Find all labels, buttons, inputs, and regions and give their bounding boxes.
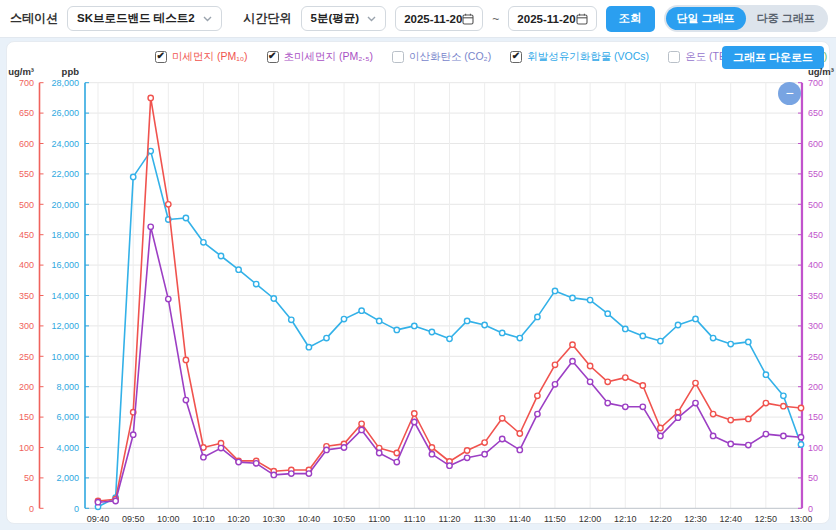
svg-text:550: 550 [808, 169, 823, 179]
zoom-out-button[interactable]: − [778, 82, 801, 105]
svg-text:14,000: 14,000 [51, 291, 79, 301]
svg-text:ug/m³: ug/m³ [8, 66, 34, 77]
svg-text:450: 450 [808, 230, 823, 240]
date-from-value: 2025-11-20 [404, 13, 462, 25]
svg-text:11:20: 11:20 [439, 514, 461, 524]
svg-text:500: 500 [19, 200, 34, 210]
svg-text:10:50: 10:50 [333, 514, 356, 524]
graph-mode-toggle: 단일 그래프 다중 그래프 [664, 5, 828, 32]
svg-text:100: 100 [19, 443, 34, 453]
svg-text:50: 50 [24, 473, 34, 483]
svg-text:10:30: 10:30 [262, 514, 285, 524]
svg-text:12:30: 12:30 [684, 514, 707, 524]
chevron-down-icon [367, 16, 376, 22]
svg-text:26,000: 26,000 [51, 108, 79, 118]
svg-text:8,000: 8,000 [56, 382, 79, 392]
svg-text:12:10: 12:10 [614, 514, 637, 524]
svg-text:550: 550 [19, 169, 34, 179]
svg-text:700: 700 [19, 78, 34, 88]
svg-text:10,000: 10,000 [51, 352, 79, 362]
svg-text:12:40: 12:40 [719, 514, 742, 524]
search-button[interactable]: 조회 [606, 6, 655, 32]
svg-text:400: 400 [808, 260, 823, 270]
svg-text:0: 0 [808, 504, 813, 514]
chevron-down-icon [203, 16, 212, 22]
axis-left-red: 0501001502002503003504004505005506006507… [8, 66, 43, 514]
svg-text:12,000: 12,000 [51, 321, 79, 331]
station-label: 스테이션 [10, 10, 58, 27]
svg-text:600: 600 [808, 139, 823, 149]
toolbar: 스테이션 SK브로드밴드 테스트2 시간단위 5분(평균) 2025-11-20… [0, 0, 836, 38]
time-unit-select-value: 5분(평균) [311, 11, 360, 26]
axis-x: 09:4009:5010:0010:1010:2010:3010:4010:50… [87, 514, 813, 524]
svg-text:300: 300 [19, 321, 34, 331]
single-graph-button[interactable]: 단일 그래프 [666, 7, 746, 30]
svg-text:10:20: 10:20 [227, 514, 250, 524]
svg-text:150: 150 [808, 412, 823, 422]
station-select[interactable]: SK브로드밴드 테스트2 [67, 6, 222, 31]
svg-text:12:50: 12:50 [755, 514, 778, 524]
chart-canvas: 0501001502002503003504004505005506006507… [1, 61, 836, 527]
svg-text:11:10: 11:10 [403, 514, 425, 524]
svg-text:16,000: 16,000 [51, 260, 79, 270]
svg-text:11:30: 11:30 [474, 514, 496, 524]
svg-text:400: 400 [19, 260, 34, 270]
station-select-value: SK브로드밴드 테스트2 [77, 11, 195, 26]
time-unit-select[interactable]: 5분(평균) [301, 6, 387, 31]
svg-text:12:20: 12:20 [649, 514, 672, 524]
svg-text:6,000: 6,000 [56, 412, 79, 422]
svg-text:250: 250 [19, 352, 34, 362]
svg-text:650: 650 [19, 108, 34, 118]
svg-text:12:00: 12:00 [579, 514, 602, 524]
svg-text:300: 300 [808, 321, 823, 331]
svg-text:09:40: 09:40 [87, 514, 110, 524]
svg-text:22,000: 22,000 [51, 169, 79, 179]
svg-text:450: 450 [19, 230, 34, 240]
svg-text:350: 350 [808, 291, 823, 301]
svg-text:ug/m³: ug/m³ [808, 66, 834, 77]
calendar-icon [462, 13, 474, 25]
svg-text:28,000: 28,000 [51, 78, 79, 88]
svg-text:20,000: 20,000 [51, 200, 79, 210]
svg-text:10:10: 10:10 [192, 514, 215, 524]
svg-text:200: 200 [19, 382, 34, 392]
svg-text:10:40: 10:40 [298, 514, 321, 524]
svg-text:0: 0 [29, 504, 34, 514]
svg-text:50: 50 [808, 473, 818, 483]
chart-card: 미세먼지 (PM₁₀)초미세먼지 (PM₂.₅)이산화탄소 (CO₂)휘발성유기… [6, 41, 830, 524]
svg-text:2,000: 2,000 [56, 473, 79, 483]
svg-text:700: 700 [808, 78, 823, 88]
multi-graph-button[interactable]: 다중 그래프 [746, 7, 826, 30]
svg-text:11:50: 11:50 [544, 514, 566, 524]
svg-text:150: 150 [19, 412, 34, 422]
svg-text:24,000: 24,000 [51, 139, 79, 149]
svg-text:250: 250 [808, 352, 823, 362]
date-from-input[interactable]: 2025-11-20 [395, 6, 483, 31]
svg-text:0: 0 [74, 504, 79, 514]
svg-text:100: 100 [808, 443, 823, 453]
svg-text:600: 600 [19, 139, 34, 149]
svg-text:4,000: 4,000 [56, 443, 79, 453]
calendar-icon [576, 13, 588, 25]
date-to-input[interactable]: 2025-11-20 [508, 6, 596, 31]
svg-text:650: 650 [808, 108, 823, 118]
svg-text:13:00: 13:00 [790, 514, 813, 524]
time-unit-label: 시간단위 [244, 10, 292, 27]
svg-text:350: 350 [19, 291, 34, 301]
svg-text:11:40: 11:40 [509, 514, 531, 524]
svg-text:18,000: 18,000 [51, 230, 79, 240]
date-to-value: 2025-11-20 [517, 13, 575, 25]
svg-text:11:00: 11:00 [368, 514, 390, 524]
svg-text:ppb: ppb [62, 66, 80, 77]
svg-text:500: 500 [808, 200, 823, 210]
date-range-separator: ~ [492, 12, 499, 26]
svg-text:09:50: 09:50 [122, 514, 145, 524]
svg-text:200: 200 [808, 382, 823, 392]
axis-left-blue: 02,0004,0006,0008,00010,00012,00014,0001… [51, 66, 89, 514]
svg-text:10:00: 10:00 [157, 514, 180, 524]
